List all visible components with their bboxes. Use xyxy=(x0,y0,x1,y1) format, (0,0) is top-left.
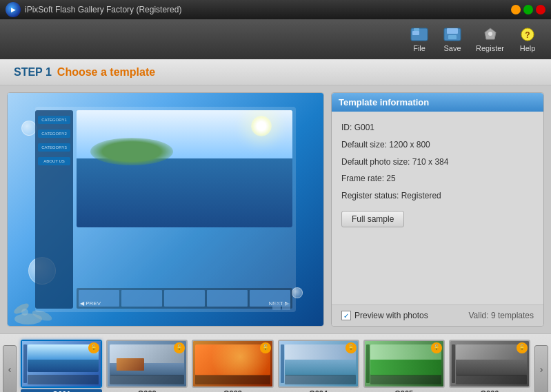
preview-with-photos-toggle[interactable]: ✓ Preview with photos xyxy=(341,311,428,320)
carousel-next-button[interactable]: › xyxy=(534,345,548,393)
app-logo xyxy=(6,2,21,17)
carousel-items: 🔓 G001 🔓 G002 xyxy=(18,337,533,393)
save-label: Save xyxy=(443,44,461,52)
save-button[interactable]: Save xyxy=(437,23,468,55)
register-icon xyxy=(481,26,500,43)
template-registered-icon: 🔓 xyxy=(345,342,357,353)
step-header: STEP 1 Choose a template xyxy=(0,59,551,85)
template-item-g006[interactable]: 🔓 G006 xyxy=(449,340,530,393)
maximize-button[interactable] xyxy=(523,5,533,14)
template-id: ID: G001 xyxy=(341,120,534,136)
valid-count: Valid: 9 templates xyxy=(469,311,534,320)
info-panel-body: ID: G001 Default size: 1200 x 800 Defaul… xyxy=(332,112,543,305)
carousel-prev-button[interactable]: ‹ xyxy=(3,345,17,393)
info-panel-footer: ✓ Preview with photos Valid: 9 templates xyxy=(332,305,543,326)
info-panel-header: Template information xyxy=(332,93,543,112)
preview-sidebar-item: CATEGORY2 xyxy=(38,130,70,138)
template-thumb-g004: 🔓 xyxy=(278,340,359,388)
preview-controls xyxy=(272,303,290,310)
preview-content: CATEGORY1 CATEGORY2 CATEGORY3 ABOUT US xyxy=(35,107,296,312)
step-number: STEP 1 xyxy=(14,66,52,79)
template-frame-rate: Frame rate: 25 xyxy=(341,171,534,187)
template-item-g002[interactable]: 🔓 G002 xyxy=(106,340,188,393)
preview-sun xyxy=(251,116,272,136)
template-photo-size: Default photo size: 710 x 384 xyxy=(341,154,534,170)
save-icon xyxy=(443,26,462,43)
register-button[interactable]: Register xyxy=(470,23,510,55)
template-item-g003[interactable]: 🔓 G003 xyxy=(192,340,273,393)
file-label: File xyxy=(413,44,425,52)
register-label: Register xyxy=(476,44,504,52)
main-content: CATEGORY1 CATEGORY2 CATEGORY3 ABOUT US xyxy=(0,85,551,333)
svg-point-6 xyxy=(488,32,492,36)
template-label-g004: G004 xyxy=(309,389,328,393)
template-registered-icon: 🔓 xyxy=(431,342,442,353)
preview-nav: ◀ PREV NEXT ▶ xyxy=(80,300,289,307)
svg-rect-5 xyxy=(448,35,457,39)
template-registered-icon: 🔓 xyxy=(88,342,99,353)
template-register-status: Register status: Registered xyxy=(341,188,534,204)
preview-label: Preview with photos xyxy=(354,311,428,320)
help-button[interactable]: ? Help xyxy=(512,23,543,55)
template-label-g006: G006 xyxy=(480,389,499,393)
file-icon xyxy=(410,26,429,43)
preview-ctrl xyxy=(282,303,290,310)
preview-sidebar-item: CATEGORY1 xyxy=(38,116,70,124)
preview-water xyxy=(77,158,292,227)
app-title: iPixSoft Flash Gallery Factory (Register… xyxy=(25,5,511,14)
preview-checkbox[interactable]: ✓ xyxy=(341,311,351,320)
step-title: Choose a template xyxy=(57,66,155,79)
preview-main-screen xyxy=(77,110,292,227)
thumb-menu xyxy=(23,344,27,383)
preview-sidebar-item: CATEGORY3 xyxy=(38,143,70,152)
template-item-g001[interactable]: 🔓 G001 xyxy=(21,340,102,393)
preview-sidebar: CATEGORY1 CATEGORY2 CATEGORY3 ABOUT US xyxy=(35,110,73,309)
window-controls xyxy=(511,5,545,14)
svg-text:?: ? xyxy=(525,30,530,40)
decorative-bubble xyxy=(21,121,37,136)
template-label-g001: G001 xyxy=(21,389,102,393)
template-thumb-g001: 🔓 xyxy=(21,340,102,388)
template-carousel: ‹ 🔓 G001 xyxy=(0,333,551,392)
template-label-g002: G002 xyxy=(138,389,157,393)
preview-island xyxy=(90,138,173,165)
template-item-g005[interactable]: 🔓 G005 xyxy=(363,340,445,393)
file-button[interactable]: File xyxy=(404,23,434,55)
help-label: Help xyxy=(520,44,536,52)
template-thumb-g003: 🔓 xyxy=(192,340,273,388)
minimize-button[interactable] xyxy=(511,5,521,14)
thumb-filmstrip xyxy=(28,375,99,384)
template-registered-icon: 🔓 xyxy=(260,342,271,353)
help-icon: ? xyxy=(518,26,537,43)
preview-ctrl xyxy=(272,303,281,310)
svg-rect-2 xyxy=(414,28,419,31)
preview-background: CATEGORY1 CATEGORY2 CATEGORY3 ABOUT US xyxy=(8,93,323,326)
template-label-g005: G005 xyxy=(394,389,413,393)
preview-sidebar-item: ABOUT US xyxy=(38,157,70,165)
toolbar: File Save Register ? Help xyxy=(0,19,551,59)
template-preview: CATEGORY1 CATEGORY2 CATEGORY3 ABOUT US xyxy=(7,92,324,327)
template-item-g004[interactable]: 🔓 G004 xyxy=(278,340,359,393)
titlebar: iPixSoft Flash Gallery Factory (Register… xyxy=(0,0,551,19)
template-label-g003: G003 xyxy=(223,389,242,393)
svg-point-12 xyxy=(21,309,28,316)
full-sample-button[interactable]: Full sample xyxy=(341,211,404,227)
template-thumb-g002: 🔓 xyxy=(106,340,188,388)
template-info-panel: Template information ID: G001 Default si… xyxy=(331,92,544,327)
svg-rect-1 xyxy=(412,31,419,35)
close-button[interactable] xyxy=(536,5,545,14)
template-thumb-g006: 🔓 xyxy=(449,340,530,388)
template-default-size: Default size: 1200 x 800 xyxy=(341,137,534,153)
template-registered-icon: 🔓 xyxy=(174,342,185,353)
template-thumb-g005: 🔓 xyxy=(363,340,445,388)
svg-rect-4 xyxy=(447,28,458,34)
template-registered-icon: 🔓 xyxy=(517,342,528,353)
